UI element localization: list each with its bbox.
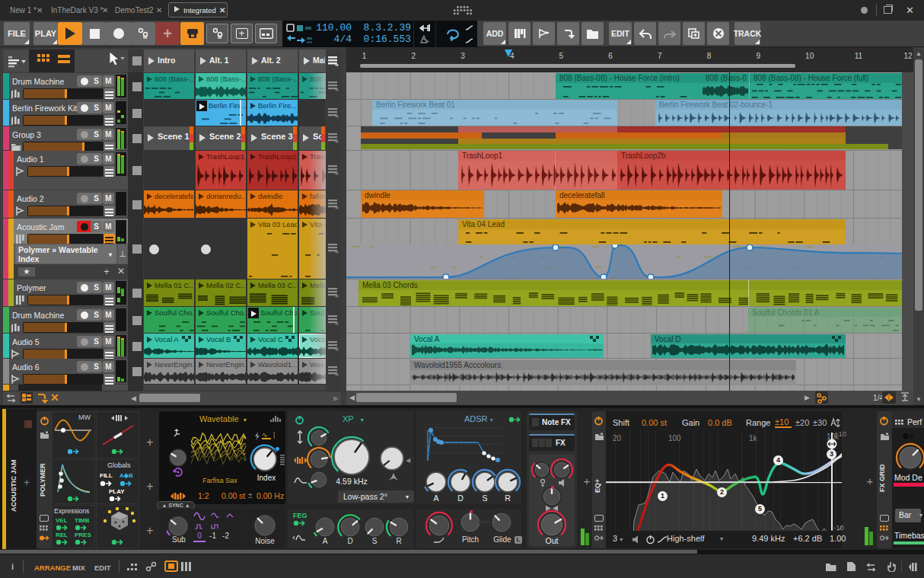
svg-text:w: w bbox=[217, 34, 222, 40]
svg-text:w: w bbox=[142, 34, 148, 40]
